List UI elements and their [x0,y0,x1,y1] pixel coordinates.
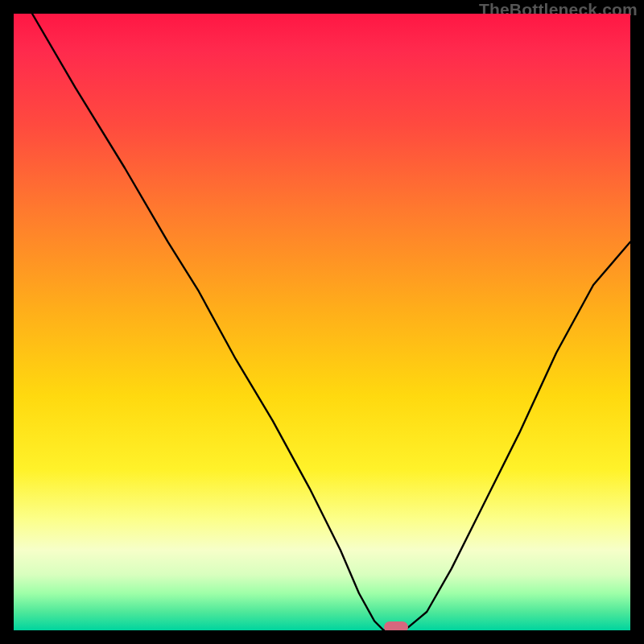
chart-frame: TheBottleneck.com [0,0,644,644]
curve-svg [14,14,630,630]
bottleneck-curve-path [32,14,630,630]
optimal-point-marker [384,621,408,630]
plot-area [14,14,630,630]
